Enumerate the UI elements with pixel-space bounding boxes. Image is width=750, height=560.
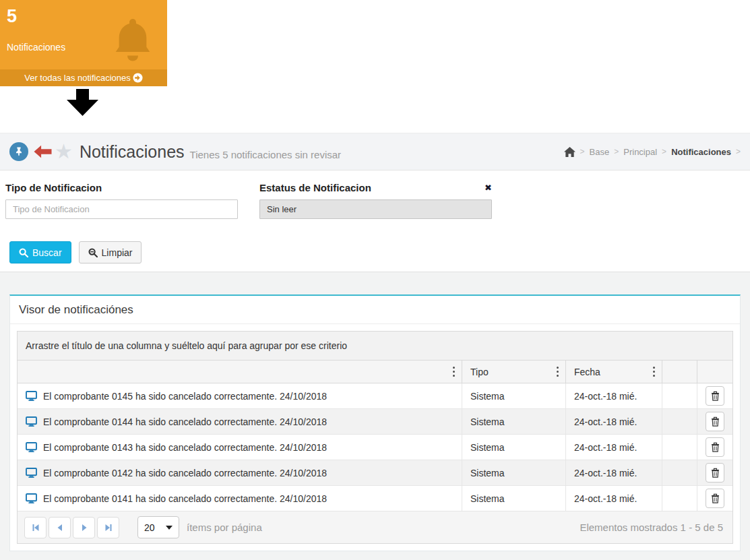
limpiar-button-label: Limpiar	[102, 247, 133, 258]
notifications-widget: 5 Notificaciones Ver todas las notificac…	[0, 0, 167, 86]
blank-cell	[662, 383, 697, 408]
delete-notification-button[interactable]	[706, 463, 724, 483]
column-header-tipo[interactable]: Tipo	[462, 361, 566, 383]
page-subtitle: Tienes 5 notificaciones sin revisar	[190, 144, 342, 160]
monitor-icon	[26, 416, 37, 427]
message-cell: El comprobante 0145 ha sido cancelado co…	[18, 383, 462, 408]
blank-cell	[662, 460, 697, 485]
breadcrumb-item-principal[interactable]: Principal	[623, 147, 657, 157]
breadcrumb-separator: >	[580, 147, 585, 156]
table-row[interactable]: El comprobante 0144 ha sido cancelado co…	[18, 409, 732, 435]
actions-cell	[697, 435, 732, 460]
search-minus-icon	[88, 248, 98, 257]
monitor-icon	[26, 468, 37, 478]
breadcrumb-item-notificaciones[interactable]: Notificaciones	[671, 147, 731, 157]
row-message: El comprobante 0143 ha sido cancelado co…	[43, 442, 327, 453]
page-size-select[interactable]: 20	[137, 516, 179, 538]
arrow-circle-right-icon	[133, 73, 143, 83]
buscar-button-label: Buscar	[32, 247, 62, 258]
actions-cell	[697, 383, 732, 408]
breadcrumb-separator: >	[736, 147, 741, 156]
home-icon[interactable]	[564, 147, 575, 157]
tipo-cell: Sistema	[462, 460, 566, 485]
actions-cell	[697, 409, 732, 434]
column-header-message[interactable]	[18, 361, 462, 383]
filter-estatus-field: Estatus de Notificacion ✖	[259, 182, 492, 219]
view-all-notifications-link[interactable]: Ver todas las notificaciones	[0, 69, 167, 86]
first-page-button[interactable]	[24, 517, 46, 538]
chevron-down-icon	[166, 526, 173, 530]
fecha-cell: 24-oct.-18 mié.	[566, 435, 662, 460]
message-cell: El comprobante 0142 ha sido cancelado co…	[18, 460, 462, 485]
column-header-actions	[697, 361, 732, 383]
next-page-button[interactable]	[73, 517, 95, 538]
last-page-button[interactable]	[97, 517, 119, 538]
delete-notification-button[interactable]	[706, 386, 724, 406]
column-header-fecha[interactable]: Fecha	[566, 361, 662, 383]
table-row[interactable]: El comprobante 0142 ha sido cancelado co…	[18, 460, 732, 486]
buscar-button[interactable]: Buscar	[9, 241, 71, 263]
pager-summary: Elementos mostrados 1 - 5 de 5	[580, 522, 726, 533]
monitor-icon	[26, 442, 37, 452]
row-message: El comprobante 0144 ha sido cancelado co…	[43, 416, 327, 427]
filter-estatus-input[interactable]	[259, 199, 492, 219]
fecha-cell: 24-oct.-18 mié.	[566, 409, 662, 434]
filter-estatus-label: Estatus de Notificacion	[259, 182, 371, 193]
monitor-icon	[26, 391, 37, 401]
pushpin-icon[interactable]	[9, 142, 28, 161]
content-section: Visor de notificaciónes Arrastre el títu…	[0, 272, 750, 560]
back-arrow-icon[interactable]	[34, 145, 52, 158]
clear-filter-icon[interactable]: ✖	[485, 183, 492, 192]
blank-cell	[662, 409, 697, 434]
message-cell: El comprobante 0144 ha sido cancelado co…	[18, 409, 462, 434]
panel-title: Visor de notificaciónes	[10, 296, 740, 324]
column-menu-icon[interactable]	[555, 365, 560, 379]
table-row[interactable]: El comprobante 0141 ha sido cancelado co…	[18, 486, 732, 511]
breadcrumb-separator: >	[662, 147, 666, 156]
search-icon	[19, 248, 28, 257]
delete-notification-button[interactable]	[706, 437, 724, 457]
column-menu-icon[interactable]	[451, 365, 456, 379]
blank-cell	[662, 435, 697, 460]
grid-group-drop-zone[interactable]: Arrastre el título de una columna y suél…	[18, 332, 732, 361]
column-fecha-label: Fecha	[574, 367, 600, 377]
filter-tipo-field: Tipo de Notificacion	[5, 182, 238, 219]
column-tipo-label: Tipo	[470, 367, 489, 377]
notifications-panel: Visor de notificaciónes Arrastre el títu…	[9, 294, 741, 551]
column-menu-icon[interactable]	[652, 365, 656, 379]
previous-page-button[interactable]	[49, 517, 71, 538]
row-message: El comprobante 0142 ha sido cancelado co…	[43, 468, 327, 478]
delete-notification-button[interactable]	[706, 412, 724, 431]
page-title: Notificaciones	[80, 142, 185, 162]
fecha-cell: 24-oct.-18 mié.	[566, 460, 662, 485]
grid-header-row: Tipo Fecha	[18, 361, 732, 383]
tipo-cell: Sistema	[462, 486, 566, 511]
notification-widget-label: Notificaciones	[7, 42, 65, 53]
view-all-notifications-label: Ver todas las notificaciones	[24, 73, 131, 83]
monitor-icon	[26, 493, 37, 503]
column-header-blank	[662, 361, 697, 383]
row-message: El comprobante 0145 ha sido cancelado co…	[43, 391, 327, 402]
actions-cell	[697, 486, 732, 511]
favorite-star-icon[interactable]: ★	[55, 142, 73, 162]
message-cell: El comprobante 0143 ha sido cancelado co…	[18, 435, 462, 460]
limpiar-button[interactable]: Limpiar	[79, 241, 142, 263]
filter-tipo-input[interactable]	[5, 199, 238, 219]
filters-section: Tipo de Notificacion Estatus de Notifica…	[0, 171, 750, 272]
page-header: ★ Notificaciones Tienes 5 notificaciones…	[0, 133, 750, 170]
delete-notification-button[interactable]	[706, 489, 724, 508]
table-row[interactable]: El comprobante 0143 ha sido cancelado co…	[18, 435, 732, 460]
fecha-cell: 24-oct.-18 mié.	[566, 486, 662, 511]
notifications-widget-body: 5 Notificaciones	[0, 0, 167, 69]
breadcrumb-item-base[interactable]: Base	[590, 147, 610, 157]
tipo-cell: Sistema	[462, 383, 566, 408]
grid-pager: 20 ítems por página Elementos mostrados …	[18, 511, 732, 543]
fecha-cell: 24-oct.-18 mié.	[566, 383, 662, 408]
actions-cell	[697, 460, 732, 485]
table-row[interactable]: El comprobante 0145 ha sido cancelado co…	[18, 383, 732, 409]
bell-icon	[108, 15, 158, 69]
tipo-cell: Sistema	[462, 435, 566, 460]
tipo-cell: Sistema	[462, 409, 566, 434]
down-arrow-annotation	[67, 89, 98, 119]
row-message: El comprobante 0141 ha sido cancelado co…	[43, 493, 327, 504]
